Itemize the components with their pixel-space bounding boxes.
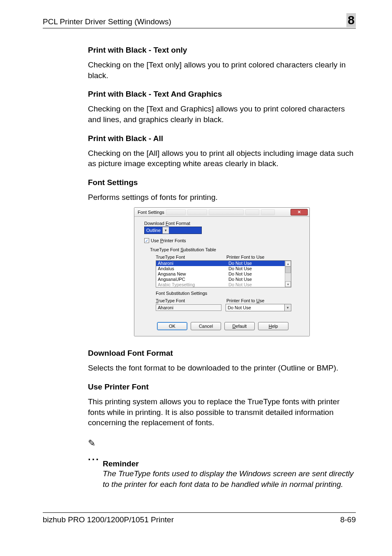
chevron-up-icon: ▴: [287, 262, 289, 266]
cell-printerfont: Do Not Use: [228, 261, 286, 266]
substitution-table-header: TrueType Font Printer Font to Use: [156, 255, 301, 259]
label-accel: U: [256, 298, 260, 303]
download-font-format-combo[interactable]: Outline ▾: [144, 227, 202, 234]
substitution-table-listbox[interactable]: Aharoni Do Not Use Andalus Do Not Use An…: [156, 260, 291, 287]
button-label: OK: [169, 324, 175, 329]
cell-printerfont: Do Not Use: [228, 266, 286, 271]
selected-truetype-font: Aharoni: [156, 304, 221, 311]
label-pre: TrueType Font: [150, 247, 180, 252]
dialog-screenshot: Font Settings ✕ Download Font Format Out…: [88, 207, 356, 336]
scroll-down-button[interactable]: ▾: [285, 281, 291, 287]
label-pre: Use: [151, 238, 160, 243]
note-title: Reminder: [103, 459, 356, 468]
cell-truetype: AngsanaUPC: [158, 277, 228, 282]
button-label: Cancel: [199, 324, 213, 329]
reminder-note: ✎...: [88, 437, 356, 459]
checkbox-icon[interactable]: ✓: [144, 238, 149, 243]
label-post: se: [260, 298, 265, 303]
col-truetype-font: TrueType Font: [156, 255, 226, 259]
close-button[interactable]: ✕: [291, 209, 308, 215]
titlebar-ghost-button: [245, 209, 259, 215]
arrow-glyph: ▾: [165, 228, 167, 232]
label-accel: P: [160, 238, 163, 243]
section-body-text-graphics: Checking on the [Text and Graphics] allo…: [88, 104, 356, 125]
cell-printerfont: Do Not Use: [228, 277, 286, 282]
font-settings-dialog: Font Settings ✕ Download Font Format Out…: [134, 207, 310, 336]
section-body-all: Checking on the [All] allows you to prin…: [88, 148, 356, 169]
section-heading-text-only: Print with Black - Text only: [88, 46, 356, 55]
font-substitution-settings-label: Font Substitution Settings: [156, 291, 301, 296]
label-accel: D: [233, 324, 236, 329]
close-icon: ✕: [297, 210, 301, 214]
table-row[interactable]: Aharoni Do Not Use: [156, 261, 291, 266]
label-post: elp: [272, 324, 278, 329]
chapter-number: 8: [348, 13, 355, 27]
cell-truetype: Arabic Typesetting: [158, 282, 228, 287]
note-text: The TrueType fonts used to display the W…: [103, 468, 356, 489]
label-accel: H: [269, 324, 272, 329]
combo-value: Do Not Use: [226, 305, 284, 310]
label-post: ont Format: [168, 221, 190, 226]
label-post: efault: [236, 324, 247, 329]
ok-button[interactable]: OK: [157, 322, 187, 330]
section-body-font-settings: Performs settings of fonts for printing.: [88, 192, 356, 203]
default-button[interactable]: Default: [224, 322, 255, 330]
table-row[interactable]: AngsanaUPC Do Not Use: [156, 277, 291, 282]
label-accel: F: [166, 221, 168, 226]
chevron-down-icon: ▾: [287, 283, 289, 286]
titlebar-ghost-button: [187, 209, 207, 215]
titlebar-ghost-button: [166, 209, 186, 215]
section-body-text-only: Checking on the [Text only] allows you t…: [88, 60, 356, 81]
section-heading-use-printer-font: Use Printer Font: [88, 382, 356, 392]
chevron-down-icon[interactable]: ▾: [162, 227, 169, 234]
scroll-thumb[interactable]: [285, 266, 291, 273]
col-printer-font: Printer Font to Use: [226, 255, 284, 259]
arrow-glyph: ▾: [287, 306, 289, 310]
label-post: ubstitution Table: [184, 247, 216, 252]
page-footer: bizhub PRO 1200/1200P/1051 Printer 8-69: [43, 512, 356, 524]
table-row[interactable]: Angsana New Do Not Use: [156, 271, 291, 277]
label-accel: S: [180, 247, 183, 252]
use-printer-fonts-checkbox-row[interactable]: ✓ Use Printer Fonts: [144, 238, 301, 243]
label-pre: Download: [144, 221, 166, 226]
footer-product: bizhub PRO 1200/1200P/1051 Printer: [43, 515, 174, 524]
titlebar-ghost-button: [261, 209, 275, 215]
label-post: rueType Font: [158, 298, 185, 303]
label-post: rinter Fonts: [163, 238, 186, 243]
footer-page-number: 8-69: [340, 515, 356, 524]
cell-truetype: Andalus: [158, 266, 228, 271]
section-body-download-format: Selects the font format to be downloaded…: [88, 363, 356, 373]
combo-value: Outline: [145, 228, 162, 233]
printer-font-to-use-label: Printer Font to Use: [226, 298, 264, 303]
dialog-body: Download Font Format Outline ▾ ✓ Use Pri…: [134, 217, 309, 336]
section-heading-text-graphics: Print with Black - Text And Graphics: [88, 90, 356, 99]
font-substitution-settings-group: Font Substitution Settings TrueType Font…: [156, 291, 301, 311]
dialog-button-row: OK Cancel Default Help: [144, 322, 301, 330]
dialog-titlebar: Font Settings ✕: [134, 208, 309, 217]
pencil-icon: ✎: [88, 438, 95, 448]
note-icon: ✎...: [88, 437, 103, 459]
ellipsis-icon: ...: [88, 454, 100, 459]
label-pre: Printer Font to: [226, 298, 256, 303]
truetype-font-label: TrueType Font: [156, 298, 226, 303]
table-row[interactable]: Arabic Typesetting Do Not Use: [156, 282, 291, 287]
cell-truetype: Angsana New: [158, 271, 228, 277]
cell-printerfont: Do Not Use: [228, 271, 286, 277]
chevron-down-icon[interactable]: ▾: [284, 304, 291, 311]
section-heading-all: Print with Black - All: [88, 134, 356, 143]
scroll-up-button[interactable]: ▴: [285, 261, 291, 266]
cell-truetype: Aharoni: [158, 261, 228, 266]
dialog-title: Font Settings: [138, 210, 164, 215]
scroll-track[interactable]: [285, 273, 291, 281]
section-body-use-printer-font: This printing system allows you to repla…: [88, 396, 356, 428]
table-row[interactable]: Andalus Do Not Use: [156, 266, 291, 271]
listbox-scrollbar[interactable]: ▴ ▾: [285, 261, 291, 287]
main-content: Print with Black - Text only Checking on…: [43, 46, 356, 489]
help-button[interactable]: Help: [258, 322, 288, 330]
titlebar-ghost-button: [209, 209, 244, 215]
use-printer-fonts-label: Use Printer Fonts: [151, 238, 186, 243]
printer-font-combo[interactable]: Do Not Use ▾: [226, 304, 291, 311]
cancel-button[interactable]: Cancel: [191, 322, 221, 330]
chapter-badge: 8: [346, 13, 356, 27]
section-heading-download-format: Download Font Format: [88, 349, 356, 358]
